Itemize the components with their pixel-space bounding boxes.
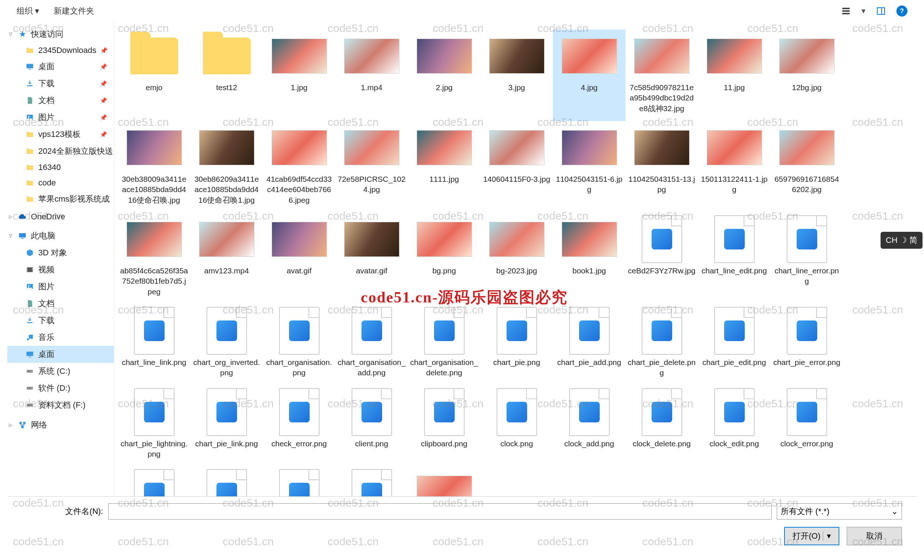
file-item[interactable]: chart_organisation.png [263,304,335,386]
file-item[interactable]: check_error.png [263,386,335,467]
file-name-label: 30eb38009a3411eace10885bda9dd416使命召唤.jpg [120,174,188,205]
new-folder-button[interactable]: 新建文件夹 [54,6,94,16]
sidebar-item[interactable]: 桌面 [8,346,114,363]
file-item[interactable]: chart_pie_error.png [771,304,843,386]
svg-rect-11 [21,238,24,239]
folder-icon [25,46,34,55]
chevron-down-icon[interactable]: ▾ [861,6,866,16]
drive-icon [25,400,34,410]
file-item[interactable]: chart_organisation_add.png [335,304,408,386]
file-item[interactable]: 30eb86209a3411eace10885bda9dd416使命召唤1.jp… [190,121,263,213]
file-item[interactable]: clock_go.png [118,467,190,496]
file-item[interactable]: 110425043151-13.jpg [626,121,698,213]
file-item[interactable]: 110425043151-6.jpg [553,121,626,213]
sidebar-item[interactable]: 2345Downloads📌 [8,43,114,58]
file-item[interactable]: chart_line_edit.png [698,213,771,304]
file-item[interactable]: chart_org_inverted.png [190,304,263,386]
help-icon[interactable]: ? [896,6,908,16]
file-item[interactable]: ab85f4c6ca526f35a752ef80b1feb7d5.jpeg [118,213,190,304]
file-item[interactable]: 2.jpg [408,30,480,121]
file-item[interactable]: 1.mp4 [335,30,408,121]
sidebar-item[interactable]: 下载📌 [8,75,114,92]
file-item[interactable]: emjo [118,30,190,121]
file-item[interactable]: clock_delete.png [626,386,698,467]
sidebar-item[interactable]: 2024全新独立版快送 [8,143,114,160]
sidebar-item[interactable]: 16340 [8,160,114,175]
file-item[interactable]: clock_pause.png [263,467,335,496]
file-item[interactable]: chart_pie_link.png [190,386,263,467]
file-item[interactable]: chart_pie_add.png [553,304,626,386]
cloud-icon [18,212,27,222]
file-item[interactable]: ceBd2F3Yz7Rw.jpg [626,213,698,304]
downloads-icon [25,79,34,88]
file-item[interactable]: 7c585d90978211ea95b499dbc19d2de8战神32.jpg [626,30,698,121]
folder-icon [25,194,34,204]
sidebar-item[interactable]: 音乐 [8,329,114,346]
file-item[interactable]: clock_edit.png [698,386,771,467]
file-name-label: chart_pie_link.png [195,439,258,449]
sidebar-item[interactable]: 下载 [8,312,114,329]
file-item[interactable]: 30eb38009a3411eace10885bda9dd416使命召唤.jpg [118,121,190,213]
this-pc[interactable]: ▽ 此电脑 [8,228,114,244]
file-item[interactable]: amv123.mp4 [190,213,263,304]
file-item[interactable]: 11.jpg [698,30,771,121]
file-item[interactable]: d9fcb449fa428b1cc001b40527b [408,467,480,496]
image-placeholder-icon [642,388,682,436]
file-type-filter[interactable]: 所有文件 (*.*) ⌄ [777,503,902,520]
sidebar-item[interactable]: 图片📌 [8,109,114,126]
file-item[interactable]: chart_organisation_delete.png [408,304,480,386]
preview-pane-icon[interactable] [876,7,885,15]
file-item[interactable]: client.png [335,386,408,467]
file-item[interactable]: chart_line_link.png [118,304,190,386]
file-item[interactable]: 12bg.jpg [771,30,843,121]
file-item[interactable]: 140604115F0-3.jpg [480,121,553,213]
file-item[interactable]: chart_pie_delete.png [626,304,698,386]
file-item[interactable]: chart_pie.png [480,304,553,386]
file-item[interactable]: avat.gif [263,213,335,304]
file-list-pane[interactable]: emjotest121.jpg1.mp42.jpg3.jpg4.jpg7c585… [114,22,916,496]
file-item[interactable]: clock_add.png [553,386,626,467]
file-item[interactable]: clock.png [480,386,553,467]
file-item[interactable]: 6597969167168546202.jpg [771,121,843,213]
open-button[interactable]: 打开(O) ▾ [784,527,839,545]
sidebar-item[interactable]: 系统 (C:) [8,363,114,380]
file-item[interactable]: chart_pie_edit.png [698,304,771,386]
file-item[interactable]: clock_link.png [190,467,263,496]
sidebar-item[interactable]: 3D 对象 [8,244,114,261]
organize-menu[interactable]: 组织 ▾ [16,6,39,16]
sidebar-item[interactable]: 软件 (D:) [8,380,114,397]
image-placeholder-icon [207,469,247,496]
file-item[interactable]: 3.jpg [480,30,553,121]
view-mode-icon[interactable] [842,7,850,15]
sidebar-item[interactable]: 资料文档 (F:) [8,397,114,413]
file-item[interactable]: test12 [190,30,263,121]
file-item[interactable]: chart_pie_lightning.png [118,386,190,467]
file-name-label: clock_edit.png [710,439,759,449]
sidebar-item[interactable]: code [8,175,114,190]
file-item[interactable]: 4.jpg [553,30,626,121]
file-item[interactable]: 1111.jpg [408,121,480,213]
chevron-down-icon: ▽ [9,31,12,37]
sidebar-item-label: 2345Downloads [38,46,96,55]
filename-input[interactable] [108,503,772,520]
sidebar-item[interactable]: 图片 [8,278,114,295]
file-item[interactable]: chart_line_error.png [771,213,843,304]
file-item[interactable]: 150113122411-1.jpg [698,121,771,213]
file-item[interactable]: clock_error.png [771,386,843,467]
sidebar-item[interactable]: 视频 [8,261,114,278]
onedrive[interactable]: ▷ OneDrive [8,209,114,225]
sidebar-item[interactable]: vps123模板📌 [8,126,114,143]
file-item[interactable]: code51.png [335,467,408,496]
thumbnail [634,39,690,73]
cancel-button[interactable]: 取消 [847,527,902,545]
sidebar-item[interactable]: 桌面📌 [8,58,114,75]
file-item[interactable]: 41cab69df54ccd33c414ee604beb7666.jpeg [263,121,335,213]
file-item[interactable]: clipboard.png [408,386,480,467]
sidebar-item[interactable]: 文档 [8,295,114,312]
file-item[interactable]: 72e58PICRSC_1024.jpg [335,121,408,213]
sidebar-item[interactable]: 文档📌 [8,92,114,109]
network[interactable]: ▷ 网络 [8,416,114,433]
file-item[interactable]: 1.jpg [263,30,335,121]
quick-access[interactable]: ▽ 快速访问 [8,26,114,43]
sidebar-item[interactable]: 苹果cms影视系统成 [8,190,114,208]
